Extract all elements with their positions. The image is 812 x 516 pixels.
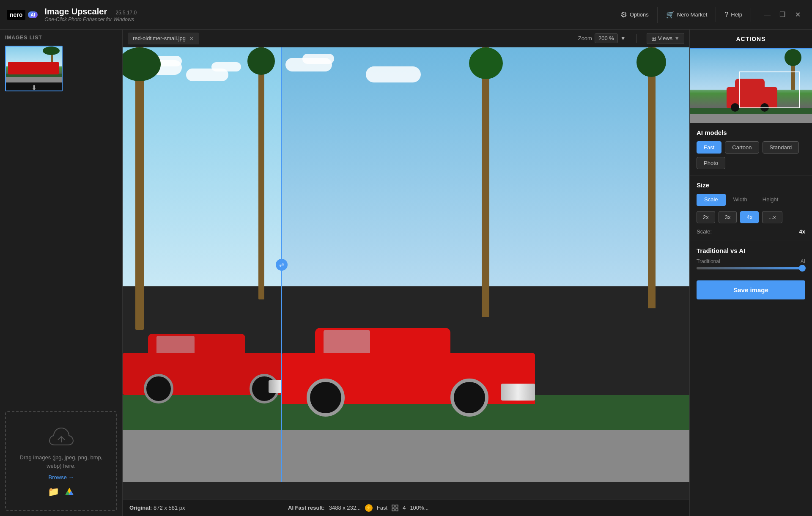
images-list-panel: IMAGES LIST ⬇ xyxy=(0,30,123,516)
thumbnail-download-icon[interactable]: ⬇ xyxy=(6,82,62,91)
bumper-right xyxy=(501,384,535,401)
actions-panel: ACTIONS AI models Fast Cartoon Stand xyxy=(689,30,812,516)
file-tab[interactable]: red-oldtimer-small.jpg ✕ xyxy=(128,33,199,44)
scale-buttons: 2x 3x 4x ...x xyxy=(697,211,805,223)
size-tab-scale[interactable]: Scale xyxy=(697,194,726,206)
app-title: Image Upscaler xyxy=(44,7,107,16)
ai-models-section: AI models Fast Cartoon Standard Photo xyxy=(690,123,812,176)
image-thumbnail[interactable]: ⬇ xyxy=(5,46,63,91)
model-photo-button[interactable]: Photo xyxy=(697,157,725,169)
title-bar: nero AI Image Upscaler 25.5.17.0 One-Cli… xyxy=(0,0,812,30)
ground-left xyxy=(123,430,281,482)
ai-result-status: AI Fast result: 3488 x 232... ⚡ Fast 4 1… xyxy=(288,504,683,512)
ai-result-scene xyxy=(281,47,689,482)
model-standard-button[interactable]: Standard xyxy=(763,141,799,154)
browse-link[interactable]: Browse → xyxy=(49,474,74,480)
nero-market-button[interactable]: 🛒 Nero Market xyxy=(658,7,716,22)
car-body-right xyxy=(281,353,535,404)
cloud xyxy=(211,62,241,71)
wheel-right-front xyxy=(307,379,345,417)
scale-info: Scale: 4x xyxy=(697,228,805,235)
images-list-title: IMAGES LIST xyxy=(5,35,117,41)
zoom-dropdown-icon[interactable]: ▼ xyxy=(620,35,626,41)
minimize-button[interactable]: — xyxy=(760,7,775,22)
scale-4x-button[interactable]: 4x xyxy=(740,211,759,223)
cloud-r3 xyxy=(366,66,421,82)
help-button[interactable]: ? Help xyxy=(716,8,751,22)
svg-rect-5 xyxy=(396,509,398,511)
image-compare: ⇄ xyxy=(123,47,689,499)
file-name: red-oldtimer-small.jpg xyxy=(133,35,186,41)
palm-left xyxy=(135,47,144,330)
ai-result-image-panel xyxy=(281,47,689,482)
car-left xyxy=(123,310,281,395)
svg-rect-7 xyxy=(392,509,394,511)
traditional-ai-title: Traditional vs AI xyxy=(697,247,805,254)
drop-text: Drag images (jpg, jpeg, png, bmp, webp) … xyxy=(14,453,108,470)
viewer-toolbar: red-oldtimer-small.jpg ✕ Zoom 200 % ▼ ⊞ … xyxy=(123,30,689,47)
svg-rect-6 xyxy=(396,505,398,507)
nero-logo: nero xyxy=(7,10,25,20)
wheel-left-front xyxy=(144,374,173,403)
size-tab-width[interactable]: Width xyxy=(726,194,755,206)
close-button[interactable]: ✕ xyxy=(790,7,805,22)
gdrive-icon[interactable] xyxy=(64,487,74,497)
scale-2x-button[interactable]: 2x xyxy=(697,211,715,223)
svg-rect-4 xyxy=(392,505,394,507)
actions-header: ACTIONS xyxy=(690,30,812,49)
file-tab-close[interactable]: ✕ xyxy=(189,35,194,42)
lightning-badge: ⚡ xyxy=(365,504,373,512)
original-status: Original: 872 x 581 px xyxy=(129,505,288,511)
maximize-button[interactable]: ❐ xyxy=(775,7,790,22)
preview-focus-box xyxy=(739,71,800,109)
sky-left xyxy=(123,47,281,286)
size-tab-height[interactable]: Height xyxy=(755,194,786,206)
preview-thumbnail xyxy=(690,49,812,123)
model-fast-button[interactable]: Fast xyxy=(697,141,721,154)
size-title: Size xyxy=(697,181,805,189)
app-subtitle: One-Click Photo Enhancer for Windows xyxy=(44,16,137,22)
compare-divider[interactable]: ⇄ xyxy=(281,47,282,482)
folder-icon[interactable]: 📁 xyxy=(48,486,59,497)
drop-icons: 📁 xyxy=(48,486,74,497)
fullscreen-icon xyxy=(392,505,398,511)
divider-handle[interactable]: ⇄ xyxy=(276,259,288,271)
size-section: Size Scale Width Height 2x 3x 4x ...x Sc… xyxy=(690,176,812,241)
drop-zone[interactable]: Drag images (jpg, jpeg, png, bmp, webp) … xyxy=(5,411,117,511)
ai-label: AI xyxy=(801,258,805,264)
scale-3x-button[interactable]: 3x xyxy=(719,211,737,223)
palm-center-right xyxy=(482,47,489,317)
wheel-right-rear xyxy=(450,379,488,417)
palm-right-right xyxy=(648,47,656,308)
options-button[interactable]: ⚙ Options xyxy=(612,7,658,23)
slider-thumb[interactable] xyxy=(799,265,806,272)
traditional-ai-section: Traditional vs AI Traditional AI xyxy=(690,241,812,275)
model-cartoon-button[interactable]: Cartoon xyxy=(725,141,759,154)
scale-label: Scale: xyxy=(697,228,712,235)
ai-badge: AI xyxy=(28,11,38,18)
ground-right xyxy=(281,430,689,482)
zoom-label: Zoom xyxy=(578,35,592,41)
bumper-left xyxy=(269,380,281,393)
title-right: ⚙ Options 🛒 Nero Market ? Help — ❐ ✕ xyxy=(612,7,805,23)
ai-models-buttons: Fast Cartoon Standard Photo xyxy=(697,141,805,169)
cloud-r2 xyxy=(302,54,334,64)
app-title-block: Image Upscaler 25.5.17.0 One-Click Photo… xyxy=(44,7,137,22)
scale-custom-button[interactable]: ...x xyxy=(762,211,782,223)
car-right xyxy=(281,311,689,404)
palm-right-left xyxy=(258,47,264,299)
image-viewer: red-oldtimer-small.jpg ✕ Zoom 200 % ▼ ⊞ … xyxy=(123,30,689,516)
ai-models-title: AI models xyxy=(697,129,805,136)
status-bar: Original: 872 x 581 px AI Fast result: 3… xyxy=(123,499,689,516)
traditional-ai-slider[interactable] xyxy=(697,267,805,269)
views-button[interactable]: ⊞ Views ▼ xyxy=(647,33,684,44)
size-tabs: Scale Width Height xyxy=(697,194,805,206)
traditional-label: Traditional xyxy=(697,258,720,264)
zoom-control: Zoom 200 % ▼ xyxy=(578,33,626,43)
original-image-panel xyxy=(123,47,281,482)
save-image-button[interactable]: Save image xyxy=(697,280,805,299)
zoom-value-button[interactable]: 200 % xyxy=(595,33,618,43)
original-scene xyxy=(123,47,281,482)
views-dropdown-icon: ▼ xyxy=(674,35,680,41)
car-body-left xyxy=(123,353,281,395)
